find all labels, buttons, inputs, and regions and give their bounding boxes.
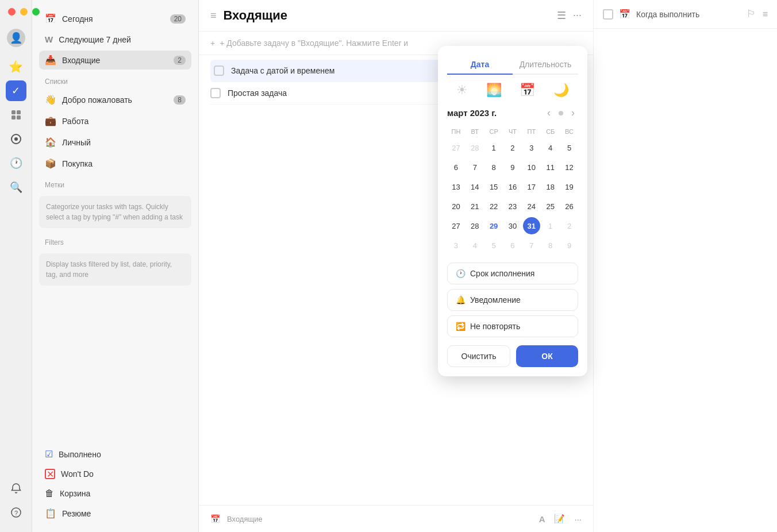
sidebar-item-personal[interactable]: 🏠 Личный: [39, 133, 191, 152]
traffic-light-green[interactable]: [32, 8, 40, 16]
deadline-button[interactable]: 🕐 Срок исполнения: [447, 263, 578, 284]
cal-day[interactable]: 18: [542, 178, 559, 195]
more-options-icon[interactable]: ···: [573, 9, 582, 22]
list-view-icon[interactable]: ☰: [557, 9, 566, 22]
repeat-button[interactable]: 🔁 Не повторять: [447, 315, 578, 337]
cal-day[interactable]: 6: [447, 159, 464, 176]
nav-icon-star[interactable]: ⭐: [6, 56, 26, 77]
cal-day[interactable]: 12: [561, 159, 578, 176]
cal-day[interactable]: 2: [561, 217, 578, 234]
cal-day[interactable]: 11: [542, 159, 559, 176]
cal-day[interactable]: 26: [561, 198, 578, 215]
notification-button[interactable]: 🔔 Уведомление: [447, 289, 578, 311]
cal-day[interactable]: 7: [523, 237, 540, 254]
cal-day[interactable]: 25: [542, 198, 559, 215]
sidebar-item-wont-do[interactable]: ✕ Won't Do: [39, 465, 191, 483]
cal-day[interactable]: 21: [466, 198, 483, 215]
cal-day[interactable]: 9: [504, 159, 521, 176]
sidebar-item-resume[interactable]: 📋 Резюме: [39, 504, 191, 523]
cal-tab-date[interactable]: Дата: [447, 55, 513, 75]
nav-icon-calendar-grid[interactable]: [6, 105, 26, 125]
avatar[interactable]: 👤: [7, 29, 25, 47]
sidebar-item-welcome[interactable]: 👋 Добро пожаловать 8: [39, 90, 191, 109]
cal-day[interactable]: 2: [504, 139, 521, 156]
cal-day[interactable]: 5: [485, 237, 502, 254]
cal-day[interactable]: 24: [523, 198, 540, 215]
cal-day[interactable]: 30: [504, 217, 521, 234]
cal-day[interactable]: 14: [466, 178, 483, 195]
cal-day[interactable]: 28: [466, 139, 483, 156]
note-icon[interactable]: 📝: [554, 514, 565, 524]
repeat-label: Не повторять: [470, 322, 520, 331]
resume-icon: 📋: [45, 508, 56, 519]
nav-icon-bell[interactable]: [6, 478, 26, 499]
sidebar-item-shopping[interactable]: 📦 Покупка: [39, 154, 191, 173]
bottom-more-icon[interactable]: ···: [574, 514, 582, 524]
cal-day[interactable]: 10: [523, 159, 540, 176]
next-month-button[interactable]: ›: [568, 106, 578, 120]
moon-icon[interactable]: 🌙: [553, 83, 569, 98]
format-text-icon[interactable]: A: [539, 514, 545, 524]
inbox-badge: 2: [174, 56, 186, 65]
cal-day-29[interactable]: 29: [485, 217, 502, 234]
cal-day[interactable]: 8: [542, 237, 559, 254]
cal-day[interactable]: 20: [447, 198, 464, 215]
ok-button[interactable]: ОК: [516, 345, 578, 367]
nav-icon-check[interactable]: ✓: [6, 80, 26, 101]
cal-tab-duration[interactable]: Длительность: [513, 55, 578, 74]
collapse-icon[interactable]: ≡: [210, 10, 217, 22]
cal-day[interactable]: 19: [561, 178, 578, 195]
nav-icon-help[interactable]: ?: [6, 502, 26, 523]
cal-day[interactable]: 28: [466, 217, 483, 234]
cal-day[interactable]: 8: [485, 159, 502, 176]
cal-day[interactable]: 1: [485, 139, 502, 156]
sidebar-item-inbox[interactable]: 📥 Входящие 2: [39, 51, 191, 70]
day-header-sun: ВС: [560, 126, 578, 137]
right-menu-icon[interactable]: ≡: [763, 9, 768, 20]
sidebar-item-trash[interactable]: 🗑 Корзина: [39, 484, 191, 503]
header-checkbox[interactable]: [603, 9, 613, 20]
cal-day[interactable]: 13: [447, 178, 464, 195]
sidebar-item-inbox-label: Входящие: [62, 56, 100, 65]
sidebar-item-today[interactable]: 📅 Сегодня 20: [39, 9, 191, 28]
sidebar-item-work[interactable]: 💼 Работа: [39, 111, 191, 130]
task-checkbox-1[interactable]: [214, 65, 224, 76]
sun-icon[interactable]: ☀: [456, 83, 468, 98]
right-panel-title: Когда выполнить: [636, 10, 741, 19]
flag-icon[interactable]: 🏳: [747, 8, 757, 20]
left-panel: 📅 Сегодня 20 W Следующие 7 дней 📥 Входящ…: [32, 0, 199, 532]
cal-day[interactable]: 3: [523, 139, 540, 156]
nav-icon-circle[interactable]: [6, 129, 26, 149]
nav-icon-search[interactable]: 🔍: [6, 177, 26, 198]
cal-day[interactable]: 5: [561, 139, 578, 156]
cal-day[interactable]: 27: [447, 139, 464, 156]
shopping-icon: 📦: [45, 158, 56, 169]
sidebar-item-wont-do-label: Won't Do: [61, 469, 94, 479]
cal-day[interactable]: 15: [485, 178, 502, 195]
cal-day[interactable]: 7: [466, 159, 483, 176]
sunrise-icon[interactable]: 🌅: [486, 83, 502, 98]
task-checkbox-2[interactable]: [210, 88, 221, 98]
sidebar-item-completed[interactable]: ☑ Выполнено: [39, 445, 191, 464]
cal-day[interactable]: 4: [542, 139, 559, 156]
cal-day[interactable]: 22: [485, 198, 502, 215]
cal-day[interactable]: 3: [447, 237, 464, 254]
cal-day[interactable]: 23: [504, 198, 521, 215]
traffic-light-yellow[interactable]: [20, 8, 28, 16]
cal-day[interactable]: 17: [523, 178, 540, 195]
calendar-icon[interactable]: 📅: [520, 83, 535, 98]
prev-month-button[interactable]: ‹: [544, 106, 554, 120]
cal-day[interactable]: 4: [466, 237, 483, 254]
sidebar-item-next7[interactable]: W Следующие 7 дней: [39, 30, 191, 48]
cal-day-today[interactable]: 31: [523, 217, 540, 234]
cal-day[interactable]: 9: [561, 237, 578, 254]
nav-icon-clock[interactable]: 🕐: [6, 153, 26, 174]
cal-day[interactable]: 6: [504, 237, 521, 254]
clear-button[interactable]: Очистить: [447, 345, 510, 367]
traffic-light-red[interactable]: [8, 8, 16, 16]
calendar-tabs: Дата Длительность: [447, 55, 578, 75]
sidebar-item-work-label: Работа: [62, 117, 89, 126]
cal-day[interactable]: 1: [542, 217, 559, 234]
cal-day[interactable]: 27: [447, 217, 464, 234]
cal-day[interactable]: 16: [504, 178, 521, 195]
